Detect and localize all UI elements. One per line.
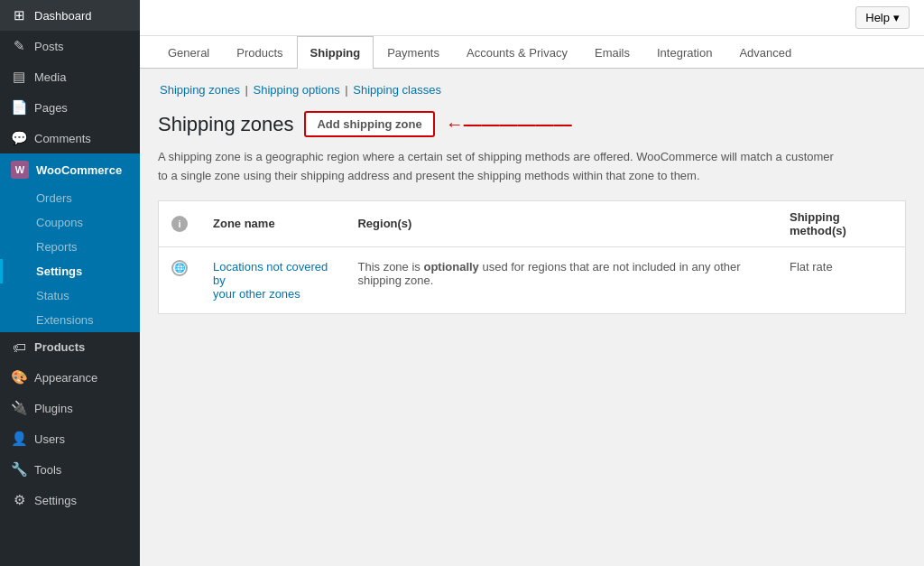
sidebar-appearance-label: Appearance	[34, 371, 97, 385]
posts-icon: ✎	[11, 38, 27, 54]
sidebar-item-posts[interactable]: ✎ Posts	[0, 31, 140, 61]
tools-icon: 🔧	[11, 461, 27, 478]
tab-advanced[interactable]: Advanced	[725, 36, 805, 69]
arrow-indicator: ←——————	[446, 114, 572, 135]
section-title: Shipping zones	[158, 113, 293, 136]
table-header-shipping-methods: Shipping method(s)	[777, 200, 906, 246]
top-bar: Help ▾	[140, 0, 924, 36]
sidebar-item-woocommerce[interactable]: W WooCommerce	[0, 153, 140, 186]
table-header-icon: i	[159, 200, 201, 246]
subnav-shipping-zones[interactable]: Shipping zones	[160, 83, 240, 97]
sidebar-item-users[interactable]: 👤 Users	[0, 423, 140, 454]
sidebar-settings-label: Settings	[34, 494, 77, 507]
shipping-zones-table: i Zone name Region(s) Shipping method(s)…	[158, 200, 906, 314]
settings-menu-icon: ⚙	[11, 492, 27, 508]
sidebar-item-settings-menu[interactable]: ⚙ Settings	[0, 485, 140, 515]
bold-optionally: optionally	[423, 260, 478, 274]
sidebar-item-status[interactable]: Status	[0, 283, 140, 308]
sidebar-item-label: Media	[34, 70, 66, 84]
add-shipping-zone-button[interactable]: Add shipping zone	[304, 111, 434, 137]
sidebar-item-media[interactable]: ▤ Media	[0, 61, 140, 92]
sidebar-item-orders[interactable]: Orders	[0, 186, 140, 210]
shipping-zone-description: A shipping zone is a geographic region w…	[158, 148, 835, 186]
table-cell-zone-name: Locations not covered byyour other zones	[200, 246, 345, 313]
dashboard-icon: ⊞	[11, 7, 27, 23]
media-icon: ▤	[11, 69, 27, 85]
content-area: Shipping zones | Shipping options | Ship…	[140, 69, 924, 329]
sidebar-item-appearance[interactable]: 🎨 Appearance	[0, 362, 140, 393]
tab-general[interactable]: General	[154, 36, 223, 69]
pages-icon: 📄	[11, 99, 27, 116]
sidebar-item-settings[interactable]: Settings	[0, 259, 140, 283]
tab-emails[interactable]: Emails	[581, 36, 643, 69]
sidebar-tools-label: Tools	[34, 463, 61, 477]
plugins-icon: 🔌	[11, 400, 27, 416]
sidebar-item-dashboard[interactable]: ⊞ Dashboard	[0, 0, 140, 31]
sidebar-products-label: Products	[34, 340, 85, 354]
sidebar-item-coupons[interactable]: Coupons	[0, 210, 140, 235]
sidebar-item-label: Posts	[34, 40, 64, 53]
help-button[interactable]: Help ▾	[855, 6, 910, 29]
separator-2: |	[345, 83, 347, 97]
tab-integration[interactable]: Integration	[643, 36, 725, 69]
main-content: Help ▾ General Products Shipping Payment…	[140, 0, 924, 566]
table-header-regions: Region(s)	[345, 200, 777, 246]
sidebar-item-pages[interactable]: 📄 Pages	[0, 92, 140, 123]
info-icon[interactable]: i	[171, 216, 188, 232]
tab-bar: General Products Shipping Payments Accou…	[140, 36, 924, 69]
zone-name-link[interactable]: Locations not covered byyour other zones	[213, 260, 328, 301]
table-cell-shipping-method: Flat rate	[777, 246, 906, 313]
chevron-down-icon: ▾	[893, 11, 900, 24]
sidebar-item-tools[interactable]: 🔧 Tools	[0, 454, 140, 485]
woocommerce-label: WooCommerce	[36, 163, 122, 177]
subnav-shipping-classes[interactable]: Shipping classes	[353, 83, 441, 97]
subnav-shipping-options[interactable]: Shipping options	[254, 83, 340, 97]
sub-navigation: Shipping zones | Shipping options | Ship…	[158, 83, 906, 97]
sidebar-item-reports[interactable]: Reports	[0, 235, 140, 259]
sidebar-users-label: Users	[34, 432, 65, 446]
tab-shipping[interactable]: Shipping	[297, 36, 374, 69]
appearance-icon: 🎨	[11, 369, 27, 385]
sidebar: ⊞ Dashboard ✎ Posts ▤ Media 📄 Pages 💬 Co…	[0, 0, 140, 566]
section-header: Shipping zones Add shipping zone ←——————	[158, 111, 906, 137]
sidebar-item-label: Comments	[34, 132, 91, 145]
globe-icon: 🌐	[171, 260, 188, 276]
help-label: Help	[865, 11, 890, 24]
table-cell-icon: 🌐	[159, 246, 201, 313]
tab-accounts-privacy[interactable]: Accounts & Privacy	[453, 36, 581, 69]
tab-products[interactable]: Products	[223, 36, 296, 69]
sidebar-item-extensions[interactable]: Extensions	[0, 308, 140, 332]
table-cell-region: This zone is optionally used for regions…	[345, 246, 777, 313]
sidebar-item-label: Pages	[34, 101, 68, 115]
table-row: 🌐 Locations not covered byyour other zon…	[159, 246, 906, 313]
sidebar-item-products[interactable]: 🏷 Products	[0, 332, 140, 362]
users-icon: 👤	[11, 431, 27, 447]
separator-1: |	[245, 83, 248, 97]
products-icon: 🏷	[11, 339, 27, 355]
tab-payments[interactable]: Payments	[374, 36, 453, 69]
sidebar-plugins-label: Plugins	[34, 402, 73, 415]
sidebar-item-label: Dashboard	[34, 9, 92, 23]
sidebar-item-comments[interactable]: 💬 Comments	[0, 123, 140, 153]
woocommerce-icon: W	[11, 161, 29, 179]
comments-icon: 💬	[11, 130, 27, 146]
table-header-zone-name: Zone name	[200, 200, 345, 246]
sidebar-item-plugins[interactable]: 🔌 Plugins	[0, 393, 140, 423]
